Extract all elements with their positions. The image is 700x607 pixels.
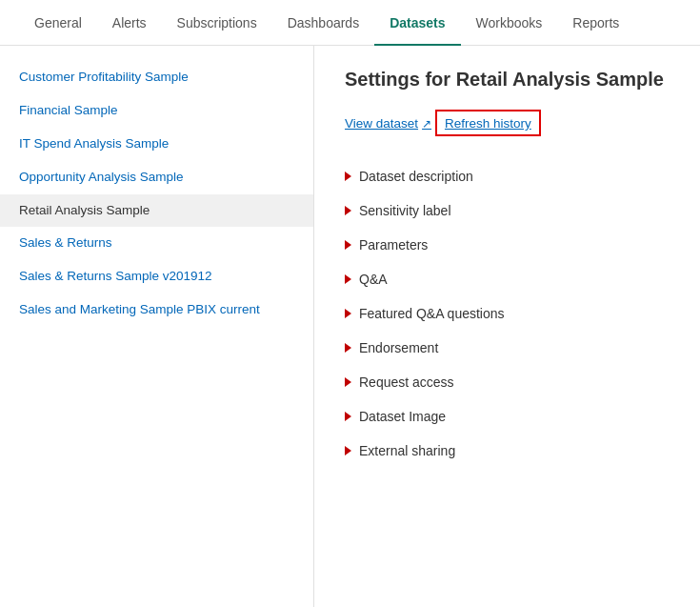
section-label: Sensitivity label [359,203,451,218]
page-title: Settings for Retail Analysis Sample [345,69,670,91]
section-item-dataset-description[interactable]: Dataset description [345,159,670,193]
settings-content: Settings for Retail Analysis Sample View… [314,46,700,607]
nav-item-workbooks[interactable]: Workbooks [461,0,558,46]
section-item-qa[interactable]: Q&A [345,262,670,296]
sidebar-item-retail-analysis-sample[interactable]: Retail Analysis Sample [0,194,313,228]
section-label: Request access [359,374,454,390]
expand-icon [345,206,351,215]
section-label: Endorsement [359,340,438,355]
section-item-endorsement[interactable]: Endorsement [345,331,670,365]
refresh-history-link[interactable]: Refresh history [445,116,531,131]
section-item-request-access[interactable]: Request access [345,365,670,399]
settings-sections: Dataset descriptionSensitivity labelPara… [345,159,670,468]
nav-item-dashboards[interactable]: Dashboards [272,0,375,46]
nav-item-datasets[interactable]: Datasets [374,0,460,46]
view-dataset-label: View dataset [345,116,418,131]
dataset-sidebar: Customer Profitability SampleFinancial S… [0,46,314,607]
section-label: External sharing [359,443,455,458]
nav-item-subscriptions[interactable]: Subscriptions [162,0,272,46]
section-label: Dataset Image [359,409,446,424]
section-label: Parameters [359,237,428,253]
sidebar-item-it-spend-analysis-sample[interactable]: IT Spend Analysis Sample [0,128,313,161]
section-item-dataset-image[interactable]: Dataset Image [345,399,670,434]
expand-icon [345,377,351,387]
expand-icon [345,412,351,421]
section-label: Featured Q&A questions [359,306,505,321]
section-label: Q&A [359,272,388,287]
nav-item-alerts[interactable]: Alerts [97,0,162,46]
expand-icon [345,240,351,250]
external-link-icon: ↗ [422,117,431,131]
main-layout: Customer Profitability SampleFinancial S… [0,46,700,607]
expand-icon [345,446,351,455]
nav-item-general[interactable]: General [19,0,97,46]
section-item-parameters[interactable]: Parameters [345,228,670,262]
section-item-external-sharing[interactable]: External sharing [345,434,670,468]
sidebar-item-sales--returns[interactable]: Sales & Returns [0,227,313,260]
section-label: Dataset description [359,169,473,184]
section-item-featured-qa-questions[interactable]: Featured Q&A questions [345,296,670,331]
expand-icon [345,172,351,181]
section-item-sensitivity-label[interactable]: Sensitivity label [345,193,670,228]
refresh-history-box: Refresh history [435,110,541,136]
expand-icon [345,274,351,284]
sidebar-item-opportunity-analysis-sample[interactable]: Opportunity Analysis Sample [0,161,313,194]
view-dataset-link[interactable]: View dataset ↗ [345,116,431,131]
sidebar-item-sales-and-marketing-sample-pbix-current[interactable]: Sales and Marketing Sample PBIX current [0,293,313,327]
top-navigation: GeneralAlertsSubscriptionsDashboardsData… [0,0,700,46]
sidebar-item-financial-sample[interactable]: Financial Sample [0,94,313,128]
expand-icon [345,309,351,318]
sidebar-item-customer-profitability-sample[interactable]: Customer Profitability Sample [0,61,313,94]
sidebar-item-sales--returns-sample-v201912[interactable]: Sales & Returns Sample v201912 [0,260,313,293]
expand-icon [345,343,351,353]
nav-item-reports[interactable]: Reports [557,0,634,46]
